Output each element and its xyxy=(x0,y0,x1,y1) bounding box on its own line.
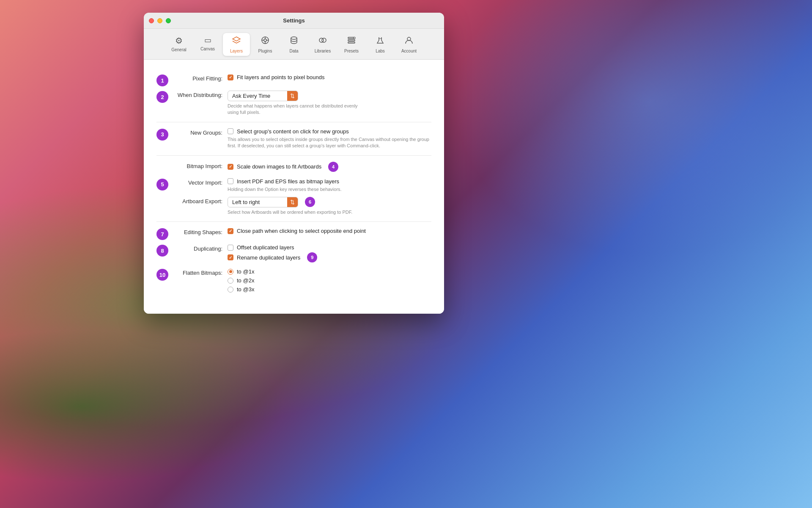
editing-shapes-check-label: Close path when clicking to select oppos… xyxy=(237,228,366,234)
new-groups-checkbox[interactable] xyxy=(228,128,233,134)
section-import-export: 5 Bitmap Import: Scale down images to fi… xyxy=(156,156,431,222)
section-new-groups: 3 New Groups: Select group's content on … xyxy=(156,122,431,156)
duplicating-checkbox2[interactable] xyxy=(228,254,233,260)
artboard-export-select[interactable]: Left to right ⇅ xyxy=(228,197,298,207)
artboard-export-value: Left to right xyxy=(228,197,287,207)
flatten-radio-1x[interactable] xyxy=(228,269,233,275)
flatten-radio-2x[interactable] xyxy=(228,278,233,284)
tab-plugins-label: Plugins xyxy=(258,49,272,53)
badge-10: 10 xyxy=(156,269,168,281)
tab-data[interactable]: Data xyxy=(280,33,307,56)
vector-import-hint: Holding down the Option key reverses the… xyxy=(228,186,431,193)
vector-import-check-row: Insert PDF and EPS files as bitmap layer… xyxy=(228,178,431,185)
toolbar: ⚙ General ▭ Canvas Layers xyxy=(144,29,444,60)
row-new-groups: 3 New Groups: Select group's content on … xyxy=(156,128,431,149)
artboard-export-arrow[interactable]: ⇅ xyxy=(287,197,298,207)
editing-shapes-check-row: Close path when clicking to select oppos… xyxy=(228,228,431,234)
flatten-radio-2x-label: to @2x xyxy=(237,277,254,284)
tab-layers-label: Layers xyxy=(230,49,243,53)
tab-presets[interactable]: Presets xyxy=(338,33,365,56)
titlebar: Settings xyxy=(144,13,444,29)
row-flatten-bitmaps: 10 Flatten Bitmaps: to @1x to @2x to @3x xyxy=(156,268,431,295)
artboard-export-label: Artboard Export: xyxy=(173,197,228,204)
bitmap-import-control: Scale down images to fit Artboards 4 xyxy=(228,162,431,174)
tab-account[interactable]: Account xyxy=(395,33,422,56)
new-groups-control: Select group's content on click for new … xyxy=(228,128,431,149)
layers-icon xyxy=(232,36,241,47)
tab-libraries[interactable]: Libraries xyxy=(309,33,336,56)
labs-icon xyxy=(376,36,385,47)
data-icon xyxy=(289,36,299,47)
close-button[interactable] xyxy=(149,18,154,23)
flatten-radio-1x-label: to @1x xyxy=(237,268,254,275)
account-icon xyxy=(404,36,414,47)
tab-labs[interactable]: Labs xyxy=(367,33,394,56)
tab-general-label: General xyxy=(171,47,187,52)
section-pixel-distributing: 1 Pixel Fitting: Fit layers and points t… xyxy=(156,68,431,122)
badge-5-main: 5 xyxy=(156,179,168,190)
svg-point-6 xyxy=(291,37,297,39)
duplicating-control: Offset duplicated layers Rename duplicat… xyxy=(228,244,431,264)
bitmap-import-check-label: Scale down images to fit Artboards xyxy=(237,163,321,170)
duplicating-check1-label: Offset duplicated layers xyxy=(237,244,294,251)
canvas-icon: ▭ xyxy=(204,36,211,45)
window-title: Settings xyxy=(283,17,304,24)
row-bitmap-import: 5 Bitmap Import: Scale down images to fi… xyxy=(156,162,431,174)
badge-1: 1 xyxy=(156,75,168,86)
tab-canvas[interactable]: ▭ Canvas xyxy=(194,33,221,56)
bitmap-import-check-row: Scale down images to fit Artboards 4 xyxy=(228,162,431,172)
duplicating-checkbox1[interactable] xyxy=(228,245,233,251)
badge-6: 6 xyxy=(305,197,315,207)
tab-data-label: Data xyxy=(289,49,298,53)
svg-rect-11 xyxy=(348,42,355,43)
tab-account-label: Account xyxy=(401,49,417,53)
libraries-icon xyxy=(318,36,327,47)
vector-import-label: Vector Import: xyxy=(173,178,228,186)
pixel-fitting-control: Fit layers and points to pixel bounds xyxy=(228,74,431,82)
flatten-radio-2: to @2x xyxy=(228,277,431,284)
new-groups-label: New Groups: xyxy=(173,128,228,136)
when-distributing-value: Ask Every Time xyxy=(228,91,287,101)
presets-icon xyxy=(347,36,356,47)
svg-point-8 xyxy=(322,38,326,42)
flatten-radio-1: to @1x xyxy=(228,268,431,275)
pixel-fitting-checkbox[interactable] xyxy=(228,75,233,80)
tab-plugins[interactable]: Plugins xyxy=(252,33,279,56)
vector-import-check-label: Insert PDF and EPS files as bitmap layer… xyxy=(237,178,339,185)
duplicating-label: Duplicating: xyxy=(173,244,228,252)
maximize-button[interactable] xyxy=(166,18,171,23)
editing-shapes-checkbox[interactable] xyxy=(228,228,233,234)
when-distributing-arrow[interactable]: ⇅ xyxy=(287,91,298,101)
flatten-radio-3x-label: to @3x xyxy=(237,286,254,293)
plugins-icon xyxy=(261,36,270,47)
row-pixel-fitting: 1 Pixel Fitting: Fit layers and points t… xyxy=(156,74,431,86)
editing-shapes-control: Close path when clicking to select oppos… xyxy=(228,228,431,236)
tab-presets-label: Presets xyxy=(344,49,359,53)
artboard-export-control: Left to right ⇅ 6 Select how Artboards w… xyxy=(228,197,431,215)
vector-import-checkbox[interactable] xyxy=(228,178,233,184)
editing-shapes-label: Editing Shapes: xyxy=(173,228,228,235)
general-icon: ⚙ xyxy=(175,36,183,46)
badge-8: 8 xyxy=(156,245,168,257)
svg-rect-10 xyxy=(348,40,355,41)
vector-import-control: Insert PDF and EPS files as bitmap layer… xyxy=(228,178,431,193)
minimize-button[interactable] xyxy=(157,18,162,23)
tab-canvas-label: Canvas xyxy=(200,47,215,51)
when-distributing-control: Ask Every Time ⇅ Decide what happens whe… xyxy=(228,91,431,116)
tab-general[interactable]: ⚙ General xyxy=(165,33,192,56)
tab-labs-label: Labs xyxy=(376,49,385,53)
window-controls xyxy=(149,18,171,23)
row-when-distributing: 2 When Distributing: Ask Every Time ⇅ De… xyxy=(156,91,431,116)
new-groups-check-label: Select group's content on click for new … xyxy=(237,128,349,135)
when-distributing-label: When Distributing: xyxy=(173,91,228,98)
new-groups-check-row: Select group's content on click for new … xyxy=(228,128,431,135)
flatten-radio-3x[interactable] xyxy=(228,287,233,293)
artboard-export-select-row: Left to right ⇅ 6 xyxy=(228,197,431,207)
bitmap-import-checkbox[interactable] xyxy=(228,164,233,170)
flatten-bitmaps-label: Flatten Bitmaps: xyxy=(173,268,228,276)
duplicating-check2-label: Rename duplicated layers xyxy=(237,254,300,261)
bitmap-import-label: Bitmap Import: xyxy=(173,162,228,169)
tab-layers[interactable]: Layers xyxy=(223,33,250,56)
when-distributing-select[interactable]: Ask Every Time ⇅ xyxy=(228,91,298,101)
row-editing-shapes: 7 Editing Shapes: Close path when clicki… xyxy=(156,228,431,240)
